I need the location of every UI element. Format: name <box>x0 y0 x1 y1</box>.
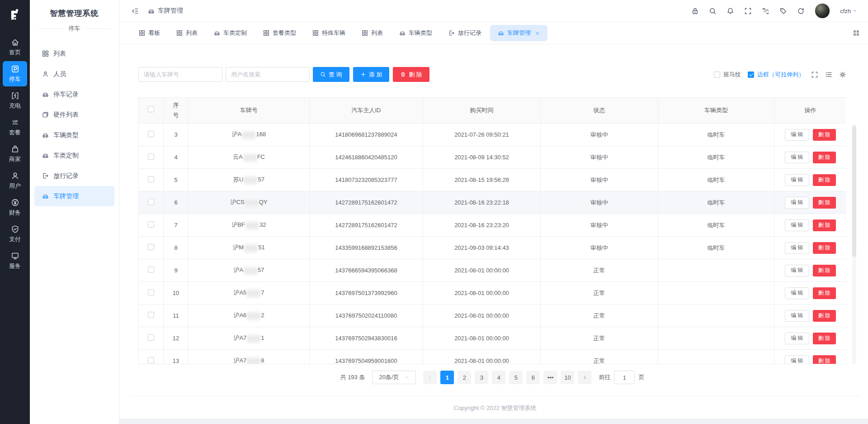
tab-special-vehicle[interactable]: 特殊车辆 <box>305 25 353 41</box>
table-scrollbar[interactable] <box>852 124 856 364</box>
row-checkbox[interactable] <box>148 334 154 341</box>
purchase-time-cell: 2021-08-01 00:00:00 <box>423 259 541 282</box>
plate-prefix: 沪CS <box>231 199 245 205</box>
rail-item-payment[interactable]: 支付 <box>3 221 27 247</box>
next-page-button[interactable] <box>578 371 591 384</box>
rail-item-user[interactable]: 用户 <box>3 168 27 193</box>
fullscreen-icon[interactable] <box>744 7 752 15</box>
bell-icon[interactable] <box>726 7 734 15</box>
rail-item-charge[interactable]: 充电 <box>3 88 27 113</box>
edit-button[interactable]: 编 辑 <box>785 219 809 231</box>
sidebar-item-plate-management[interactable]: 车牌管理 <box>34 186 114 206</box>
row-checkbox[interactable] <box>148 289 154 295</box>
add-button[interactable]: 添 加 <box>353 67 390 82</box>
actions-cell: 编 辑删 除 <box>774 146 847 169</box>
edit-button[interactable]: 编 辑 <box>785 287 809 299</box>
edit-button[interactable]: 编 辑 <box>785 174 809 186</box>
sidebar-item-list[interactable]: 列表 <box>34 43 114 64</box>
row-checkbox[interactable] <box>148 312 154 318</box>
prev-page-button[interactable] <box>423 371 437 384</box>
tab-dashboard[interactable]: 看板 <box>131 25 168 41</box>
row-checkbox[interactable] <box>148 221 154 228</box>
edit-button[interactable]: 编 辑 <box>785 129 809 141</box>
top-header: 车牌管理 文A cfzh <box>119 0 868 22</box>
edit-button[interactable]: 编 辑 <box>785 152 809 163</box>
rail-item-home[interactable]: 首页 <box>3 34 27 60</box>
page-button-1[interactable]: 1 <box>440 371 454 384</box>
tab-vehicle-type[interactable]: 车辆类型 <box>392 25 440 41</box>
row-checkbox[interactable] <box>148 244 154 250</box>
rail-item-merchant[interactable]: 商家 <box>3 141 27 167</box>
tab-list-1[interactable]: 列表 <box>169 25 205 41</box>
rail-item-finance[interactable]: 财务 <box>3 195 27 220</box>
row-delete-button[interactable]: 删 除 <box>813 287 836 299</box>
row-delete-button[interactable]: 删 除 <box>813 242 836 254</box>
page-button-2[interactable]: 2 <box>458 371 471 384</box>
page-button-4[interactable]: 4 <box>492 371 505 384</box>
row-delete-button[interactable]: 删 除 <box>813 333 836 344</box>
tab-plate-management[interactable]: 车牌管理 <box>490 25 547 41</box>
more-pages-button[interactable]: ••• <box>543 371 557 384</box>
edit-button[interactable]: 编 辑 <box>785 355 809 365</box>
gear-icon[interactable] <box>839 71 846 78</box>
row-delete-button[interactable]: 删 除 <box>813 219 836 231</box>
close-tab-icon[interactable] <box>535 31 540 36</box>
page-button-10[interactable]: 10 <box>561 371 574 384</box>
rail-item-service[interactable]: 服务 <box>3 248 27 273</box>
rail-item-parking[interactable]: 停车 <box>3 61 27 86</box>
user-menu[interactable]: cfzh <box>840 8 857 14</box>
row-checkbox[interactable] <box>148 357 154 363</box>
search-icon[interactable] <box>709 7 717 15</box>
tab-list-2[interactable]: 列表 <box>354 25 391 41</box>
row-delete-button[interactable]: 删 除 <box>813 152 836 163</box>
row-checkbox[interactable] <box>148 267 154 273</box>
row-delete-button[interactable]: 删 除 <box>813 197 836 209</box>
fullscreen-table-icon[interactable] <box>811 71 818 78</box>
tab-vehicle-custom[interactable]: 车类定制 <box>206 25 255 41</box>
page-size-select[interactable]: 20条/页 <box>372 371 416 384</box>
tag-icon[interactable] <box>779 7 787 15</box>
edit-button[interactable]: 编 辑 <box>785 310 809 322</box>
row-checkbox[interactable] <box>148 131 154 137</box>
search-button[interactable]: 查 询 <box>313 67 349 82</box>
sidebar-item-hardware-list[interactable]: 硬件列表 <box>34 105 114 125</box>
username-search-input[interactable] <box>226 67 310 82</box>
edit-button[interactable]: 编 辑 <box>785 242 809 254</box>
page-button-3[interactable]: 3 <box>475 371 488 384</box>
sidebar-item-vehicle-type[interactable]: 车辆类型 <box>34 125 114 145</box>
edit-button[interactable]: 编 辑 <box>785 265 809 276</box>
sidebar-item-vehicle-custom[interactable]: 车类定制 <box>34 145 114 166</box>
app-logo[interactable] <box>0 0 30 30</box>
refresh-icon[interactable] <box>797 7 805 15</box>
tab-layout-grid-icon[interactable] <box>853 29 860 37</box>
zebra-stripe-checkbox[interactable]: 斑马纹 <box>714 71 741 79</box>
row-delete-button[interactable]: 删 除 <box>813 129 836 141</box>
row-checkbox[interactable] <box>148 176 154 182</box>
select-all-checkbox[interactable] <box>148 106 154 112</box>
row-delete-button[interactable]: 删 除 <box>813 355 836 365</box>
plate-search-input[interactable] <box>138 67 222 82</box>
avatar[interactable] <box>815 3 830 19</box>
border-checkbox[interactable]: 边框（可拉伸列） <box>748 71 804 79</box>
row-delete-button[interactable]: 删 除 <box>813 174 836 186</box>
row-delete-button[interactable]: 删 除 <box>813 310 836 322</box>
sidebar-item-release-records[interactable]: 放行记录 <box>34 166 114 186</box>
tab-release-records[interactable]: 放行记录 <box>441 25 489 41</box>
page-button-5[interactable]: 5 <box>509 371 523 384</box>
lock-icon[interactable] <box>691 7 699 15</box>
row-checkbox[interactable] <box>148 199 154 205</box>
page-button-6[interactable]: 6 <box>526 371 540 384</box>
tab-package-type[interactable]: 套餐类型 <box>255 25 304 41</box>
edit-button[interactable]: 编 辑 <box>785 197 809 209</box>
translate-icon[interactable]: 文A <box>762 7 769 15</box>
column-settings-icon[interactable] <box>825 71 832 78</box>
goto-page-input[interactable] <box>614 371 635 384</box>
sidebar-item-parking-records[interactable]: 停车记录 <box>34 84 114 105</box>
collapse-sidebar-icon[interactable] <box>131 7 139 15</box>
row-checkbox[interactable] <box>148 153 154 160</box>
sidebar-item-personnel[interactable]: 人员 <box>34 64 114 84</box>
rail-item-package[interactable]: VIP套餐 <box>3 114 27 140</box>
delete-button[interactable]: 删 除 <box>393 67 429 82</box>
edit-button[interactable]: 编 辑 <box>785 333 809 344</box>
row-delete-button[interactable]: 删 除 <box>813 265 836 276</box>
